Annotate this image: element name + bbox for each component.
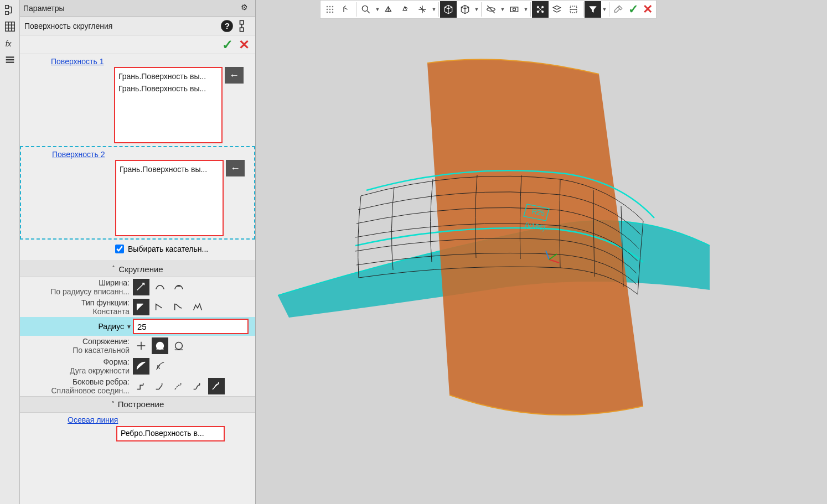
- left-rail: fx: [0, 0, 20, 504]
- surface-1-label[interactable]: Поверхность 1: [51, 57, 104, 66]
- list-item[interactable]: Грань.Поверхность вы...: [120, 163, 219, 175]
- zoom-fit-icon[interactable]: [358, 1, 374, 18]
- toolbar-apply-button[interactable]: ✓: [626, 2, 640, 17]
- radius-input[interactable]: [133, 319, 249, 334]
- hide-icon[interactable]: [483, 1, 499, 18]
- svg-point-17: [329, 6, 330, 7]
- width-opt-3[interactable]: [170, 279, 187, 295]
- help-icon[interactable]: ?: [220, 19, 234, 33]
- panel-title: Параметры: [23, 4, 241, 13]
- form-opt-1[interactable]: [133, 358, 149, 375]
- func-opt-4[interactable]: [189, 299, 206, 315]
- rail-tree-icon[interactable]: [2, 2, 18, 18]
- gear-icon[interactable]: ⚙: [241, 3, 252, 14]
- svg-text:fx: fx: [5, 40, 12, 48]
- axis-icon[interactable]: [414, 1, 431, 18]
- side-opt-4[interactable]: [189, 378, 206, 394]
- zoom-dropdown[interactable]: ▼: [374, 7, 381, 12]
- surface-2-back-button[interactable]: ←: [226, 160, 245, 176]
- svg-point-24: [332, 12, 333, 13]
- svg-point-20: [329, 9, 330, 10]
- svg-rect-2: [5, 22, 14, 32]
- conj-opt-3[interactable]: [170, 337, 187, 354]
- chevron-up-icon: ˄: [111, 401, 115, 408]
- svg-point-9: [175, 342, 183, 350]
- fillet-section-header[interactable]: ˄ Скругление: [20, 261, 255, 277]
- hide-dropdown[interactable]: ▼: [499, 7, 506, 12]
- list-item[interactable]: Грань.Поверхность вы...: [118, 82, 218, 95]
- cancel-button[interactable]: ✕: [239, 37, 250, 53]
- side-opt-1[interactable]: [133, 378, 149, 394]
- form-row: Форма:Дуга окружности к: [20, 356, 255, 376]
- eyedropper-icon[interactable]: [611, 1, 626, 18]
- show-dropdown[interactable]: ▼: [523, 7, 529, 12]
- svg-rect-7: [240, 28, 244, 32]
- axis-line-field[interactable]: Ребро.Поверхность в...: [116, 426, 225, 441]
- axis-row: Осевая линия Ребро.Поверхность в...: [20, 413, 255, 443]
- show-icon[interactable]: [506, 1, 523, 18]
- filter-icon[interactable]: [585, 1, 601, 18]
- wireframe-cube-icon[interactable]: [457, 1, 473, 18]
- svg-point-16: [327, 6, 328, 7]
- confirm-row: ✓ ✕: [20, 35, 255, 54]
- rail-menu-icon[interactable]: [2, 52, 18, 67]
- radius-label: Радиус: [20, 322, 125, 331]
- conj-opt-2[interactable]: [152, 337, 168, 354]
- grid-snap-icon[interactable]: [322, 1, 338, 18]
- svg-rect-6: [240, 20, 244, 24]
- func-opt-2[interactable]: [152, 299, 168, 315]
- layers-icon[interactable]: [549, 1, 565, 18]
- chevron-up-icon: ˄: [112, 265, 115, 273]
- svg-point-21: [332, 9, 333, 10]
- build-section-header[interactable]: ˄ Построение: [20, 396, 255, 413]
- snap-points-icon[interactable]: [532, 1, 549, 18]
- side-opt-2[interactable]: [152, 378, 168, 394]
- form-opt-2[interactable]: к: [152, 358, 168, 375]
- viewport-canvas: R25 (v186): [256, 19, 827, 504]
- func-opt-3[interactable]: [170, 299, 187, 315]
- apply-button[interactable]: ✓: [222, 37, 233, 53]
- shaded-cube-icon[interactable]: [440, 1, 457, 18]
- side-opt-5[interactable]: [208, 378, 225, 394]
- pin-icon[interactable]: [236, 19, 251, 33]
- orange-surface: [427, 59, 643, 415]
- surface-2-block: Поверхность 2 Грань.Поверхность вы... ←: [20, 146, 255, 240]
- section-icon[interactable]: [565, 1, 582, 18]
- width-opt-1[interactable]: [133, 279, 149, 295]
- svg-point-19: [327, 9, 328, 10]
- surface-1-list[interactable]: Грань.Поверхность вы... Грань.Поверхност…: [114, 67, 223, 143]
- radius-dropdown-icon[interactable]: ▼: [125, 324, 133, 330]
- panel-subheader: Поверхность скругления ?: [20, 17, 255, 35]
- surface-2-list[interactable]: Грань.Поверхность вы...: [115, 160, 224, 236]
- side-opt-3[interactable]: [170, 378, 187, 394]
- shade-dropdown[interactable]: ▼: [473, 7, 480, 12]
- pan-icon[interactable]: [397, 1, 414, 18]
- svg-point-22: [327, 12, 328, 13]
- rail-fx-icon[interactable]: fx: [2, 35, 18, 51]
- panel-body: Поверхность 1 Грань.Поверхность вы... Гр…: [20, 54, 255, 504]
- width-opt-2[interactable]: [152, 279, 168, 295]
- panel-header: Параметры ⚙: [20, 0, 255, 17]
- svg-point-23: [329, 12, 330, 13]
- conjugation-row: Сопряжение:По касательной: [20, 336, 255, 356]
- rail-grid-icon[interactable]: [2, 19, 18, 34]
- svg-point-18: [332, 6, 333, 7]
- svg-point-25: [362, 6, 368, 11]
- viewport-3d[interactable]: R25 (v186): [256, 0, 827, 504]
- filter-dropdown[interactable]: ▼: [601, 7, 608, 12]
- build-section-title: Построение: [118, 399, 164, 409]
- tangent-checkbox[interactable]: [115, 245, 124, 253]
- conj-opt-1[interactable]: [133, 337, 149, 354]
- axis-dropdown[interactable]: ▼: [431, 7, 437, 12]
- surface-2-label[interactable]: Поверхность 2: [52, 150, 105, 159]
- ucs-icon[interactable]: [338, 1, 355, 18]
- axis-line-label[interactable]: Осевая линия: [68, 415, 118, 424]
- orbit-icon[interactable]: [381, 1, 397, 18]
- func-opt-1[interactable]: [133, 299, 149, 315]
- list-item[interactable]: Грань.Поверхность вы...: [118, 70, 218, 82]
- toolbar-cancel-button[interactable]: ✕: [640, 2, 655, 17]
- width-row: Ширина:По радиусу вписанн...: [20, 277, 255, 297]
- function-row: Тип функции:Константа: [20, 297, 255, 317]
- svg-rect-0: [5, 6, 8, 9]
- surface-1-back-button[interactable]: ←: [225, 67, 244, 84]
